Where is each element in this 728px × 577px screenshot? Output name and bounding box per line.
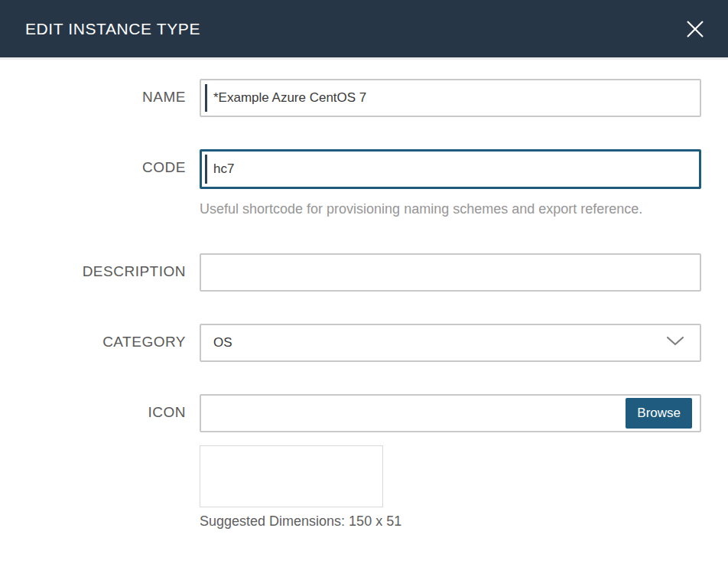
code-label: CODE (0, 149, 186, 176)
close-icon (685, 19, 705, 39)
close-button[interactable] (682, 16, 708, 42)
modal-header: EDIT INSTANCE TYPE (0, 0, 728, 60)
description-row: DESCRIPTION (0, 253, 728, 292)
description-input[interactable] (200, 253, 701, 292)
description-label: DESCRIPTION (0, 253, 186, 280)
category-selected-value: OS (213, 335, 232, 350)
icon-row: ICON Browse Suggested Dimensions: 150 x … (0, 394, 728, 530)
suggested-dimensions-text: Suggested Dimensions: 150 x 51 (200, 513, 701, 530)
modal-title: EDIT INSTANCE TYPE (25, 20, 200, 38)
browse-button[interactable]: Browse (626, 398, 692, 429)
chevron-down-icon (666, 336, 684, 350)
category-row: CATEGORY OS (0, 324, 728, 362)
icon-label: ICON (0, 394, 186, 421)
code-row: CODE Useful shortcode for provisioning n… (0, 149, 728, 221)
code-input[interactable] (200, 149, 701, 189)
code-help-text: Useful shortcode for provisioning naming… (200, 197, 683, 221)
edit-instance-type-form: NAME CODE Useful shortcode for provision… (0, 60, 728, 530)
name-row: NAME (0, 79, 728, 117)
name-input[interactable] (200, 79, 701, 117)
category-select[interactable]: OS (200, 324, 701, 362)
icon-preview-box (200, 445, 383, 507)
name-label: NAME (0, 79, 186, 106)
category-label: CATEGORY (0, 324, 186, 350)
